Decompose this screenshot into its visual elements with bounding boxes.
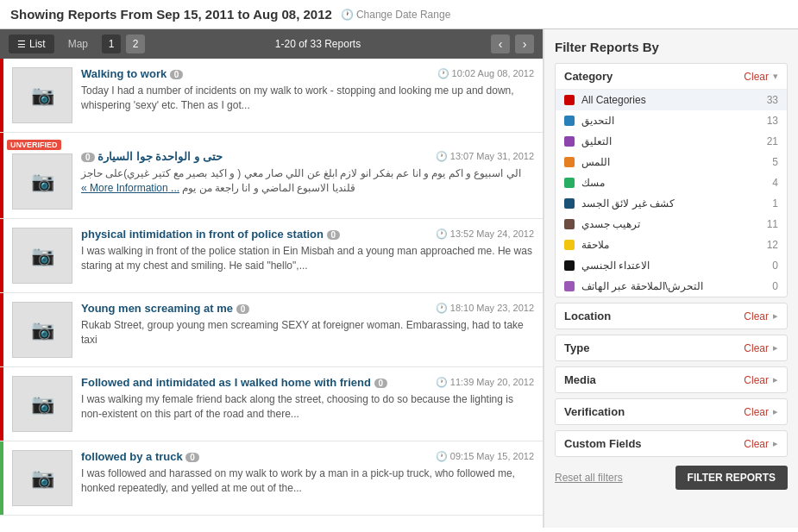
filter-category-header[interactable]: Category Clear ▾	[556, 64, 787, 90]
report-time: 🕐 11:39 May 20, 2012	[436, 376, 534, 389]
category-color-swatch	[564, 136, 575, 147]
report-content: Young men screaming at me 0 🕐 18:10 May …	[81, 302, 534, 358]
camera-icon: 📷	[31, 319, 54, 341]
filter-verification-header[interactable]: Verification Clear ▸	[556, 399, 787, 424]
category-row[interactable]: التعليق 21	[556, 131, 787, 152]
camera-icon: 📷	[31, 171, 54, 193]
camera-icon: 📷	[31, 467, 54, 490]
category-name: ترهيب جسدي	[581, 218, 760, 230]
filter-custom-fields-header[interactable]: Custom Fields Clear ▸	[556, 431, 787, 456]
filter-location-label: Location	[564, 310, 611, 322]
more-info-link[interactable]: ... More Information »	[81, 182, 179, 194]
left-indicator	[0, 367, 3, 441]
category-row[interactable]: الاعتداء الجنسي 0	[556, 255, 787, 276]
category-row[interactable]: مسك 4	[556, 172, 787, 193]
list-item[interactable]: 📷 Followed and intimidated as I walked h…	[0, 367, 543, 441]
filter-category-actions: Clear ▾	[744, 71, 778, 83]
page-1-button[interactable]: 1	[102, 34, 121, 53]
left-indicator	[0, 219, 3, 292]
category-count: 13	[767, 115, 778, 127]
report-content: physical intimidation in front of police…	[81, 228, 534, 284]
list-item[interactable]: 📷 physical intimidation in front of poli…	[0, 219, 543, 293]
report-content: Walking to work 0 🕐 10:02 Aug 08, 2012 T…	[81, 67, 534, 123]
category-name: All Categories	[581, 94, 760, 106]
category-row[interactable]: التحرش\الملاحقة عبر الهاتف 0	[556, 276, 787, 297]
category-row[interactable]: ترهيب جسدي 11	[556, 214, 787, 235]
filter-location-header[interactable]: Location Clear ▸	[556, 304, 787, 329]
category-name: الاعتداء الجنسي	[581, 260, 765, 272]
report-description: I was walking in front of the police sta…	[81, 244, 534, 273]
filter-custom-fields-actions: Clear ▸	[744, 438, 778, 450]
category-clear-button[interactable]: Clear	[744, 71, 769, 83]
list-icon: ☰	[17, 39, 26, 50]
category-count: 33	[767, 94, 778, 106]
category-color-swatch	[564, 116, 575, 126]
filter-custom-fields-label: Custom Fields	[564, 437, 642, 450]
report-thumbnail: 📷	[12, 302, 72, 358]
report-description: الي اسبيوع و اكم يوم و انا عم بفكر انو ل…	[81, 166, 534, 196]
report-thumbnail: 📷	[12, 67, 72, 123]
category-row[interactable]: كشف غير لائق الجسد 1	[556, 193, 787, 214]
category-expand-icon: ▾	[773, 71, 778, 82]
report-title: Walking to work 0	[81, 67, 183, 80]
filter-type-header[interactable]: Type Clear ▸	[556, 335, 787, 360]
next-page-button[interactable]: ›	[515, 34, 534, 53]
category-row[interactable]: التحديق 13	[556, 110, 787, 131]
left-indicator	[0, 293, 3, 366]
report-thumbnail: 📷	[12, 153, 72, 210]
report-time: 🕐 18:10 May 23, 2012	[436, 302, 534, 315]
media-expand-icon: ▸	[773, 374, 778, 385]
media-clear-button[interactable]: Clear	[744, 374, 769, 386]
category-row[interactable]: اللمس 5	[556, 152, 787, 172]
report-title: physical intimidation in front of police…	[81, 228, 340, 241]
category-row[interactable]: ملاحقة 12	[556, 235, 787, 255]
report-time: 🕐 09:15 May 15, 2012	[436, 450, 534, 463]
list-item[interactable]: 📷 Young men screaming at me 0 🕐 18:10 Ma…	[0, 293, 543, 367]
custom-fields-clear-button[interactable]: Clear	[744, 438, 769, 450]
custom-fields-expand-icon: ▸	[773, 438, 778, 449]
reset-all-filters-link[interactable]: Reset all filters	[555, 472, 623, 484]
category-color-swatch	[564, 95, 575, 105]
filter-type-section: Type Clear ▸	[555, 335, 788, 361]
report-thumbnail: 📷	[12, 228, 72, 284]
map-view-button[interactable]: Map	[60, 34, 97, 53]
location-clear-button[interactable]: Clear	[744, 310, 769, 322]
filter-title: Filter Reports By	[555, 40, 788, 54]
filter-category-section: Category Clear ▾ All Categories 33 التحد…	[555, 63, 788, 297]
list-view-button[interactable]: ☰ List	[9, 34, 54, 53]
report-description: Today I had a number of incidents on my …	[81, 84, 534, 113]
verification-expand-icon: ▸	[773, 406, 778, 417]
filter-media-actions: Clear ▸	[744, 374, 778, 386]
category-color-swatch	[564, 260, 575, 271]
location-expand-icon: ▸	[773, 310, 778, 322]
report-content: followed by a truck 0 🕐 09:15 May 15, 20…	[81, 450, 534, 506]
filter-verification-section: Verification Clear ▸	[555, 398, 788, 425]
page-2-button[interactable]: 2	[126, 34, 145, 53]
filter-category-label: Category	[564, 70, 613, 83]
category-count: 1	[772, 197, 778, 210]
category-name: كشف غير لائق الجسد	[581, 197, 765, 210]
report-content: Followed and intimidated as I walked hom…	[81, 376, 534, 432]
category-color-swatch	[564, 240, 575, 250]
left-panel: ☰ List Map 1 2 1-20 of 33 Reports ‹ › 📷	[0, 29, 544, 528]
prev-page-button[interactable]: ‹	[491, 34, 510, 53]
change-date-range[interactable]: 🕐 Change Date Range	[341, 9, 450, 21]
left-indicator	[0, 133, 3, 218]
type-clear-button[interactable]: Clear	[744, 342, 769, 354]
filter-reports-button[interactable]: FILTER REPORTS	[675, 466, 788, 490]
list-item[interactable]: UNVERIFIED 📷 حتى و الواحدة جوا السيارة 0…	[0, 133, 543, 219]
verification-clear-button[interactable]: Clear	[744, 406, 769, 418]
main-layout: ☰ List Map 1 2 1-20 of 33 Reports ‹ › 📷	[0, 29, 798, 528]
filter-location-actions: Clear ▸	[744, 310, 778, 322]
filter-media-header[interactable]: Media Clear ▸	[556, 367, 787, 392]
report-list: 📷 Walking to work 0 🕐 10:02 Aug 08, 2012…	[0, 59, 543, 516]
list-item[interactable]: 📷 Walking to work 0 🕐 10:02 Aug 08, 2012…	[0, 59, 543, 133]
category-row[interactable]: All Categories 33	[556, 90, 787, 110]
category-name: مسك	[581, 177, 765, 189]
category-list: All Categories 33 التحديق 13 التعليق 21 …	[556, 90, 787, 297]
filter-media-section: Media Clear ▸	[555, 366, 788, 393]
category-count: 0	[772, 280, 778, 292]
category-color-swatch	[564, 281, 575, 291]
list-item[interactable]: 📷 followed by a truck 0 🕐 09:15 May 15, …	[0, 441, 543, 516]
category-name: التحديق	[581, 115, 760, 127]
